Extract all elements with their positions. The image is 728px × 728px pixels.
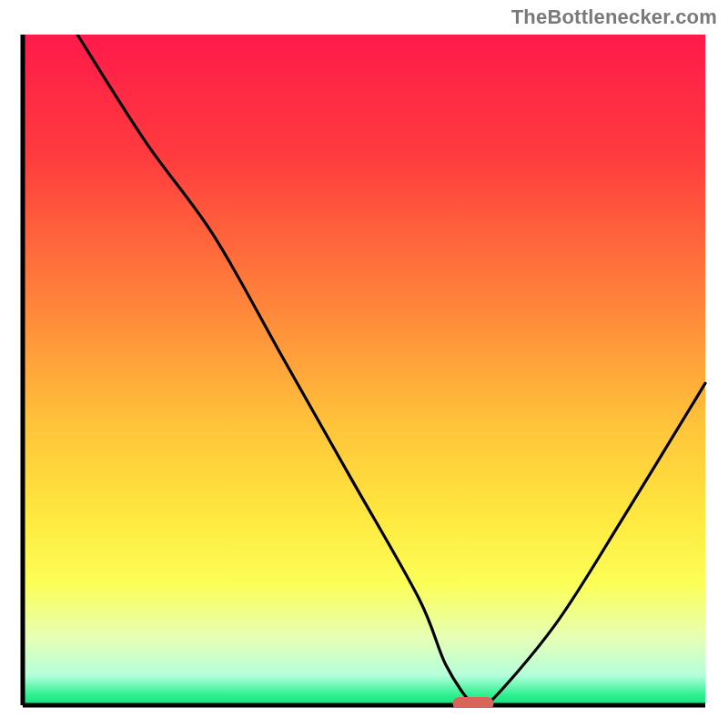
- optimum-marker: [453, 697, 494, 708]
- chart-stage: TheBottlenecker.com: [0, 0, 728, 728]
- bottleneck-chart: [20, 35, 708, 708]
- attribution-label: TheBottlenecker.com: [511, 5, 717, 29]
- plot-area: [20, 35, 708, 708]
- gradient-background: [23, 35, 705, 705]
